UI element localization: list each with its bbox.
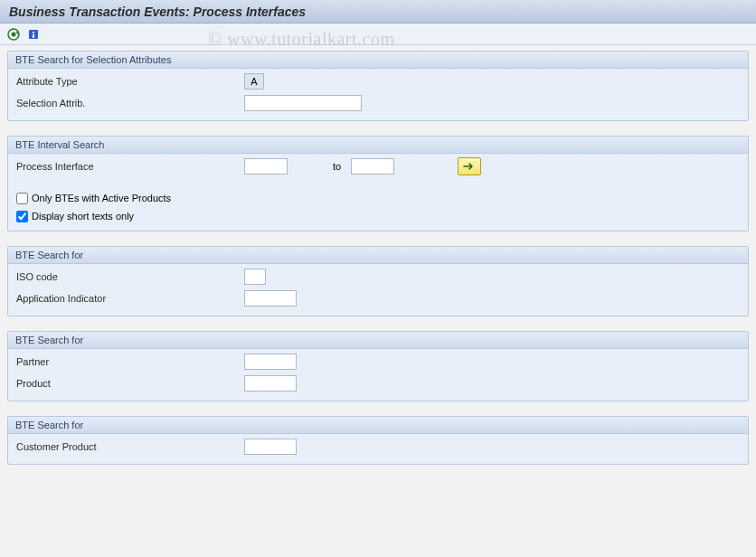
page-title: Business Transaction Events: Process Int…: [0, 0, 756, 24]
group-customer-product: BTE Search for Customer Product: [7, 416, 749, 465]
execute-button[interactable]: [5, 26, 22, 42]
execute-icon: [7, 28, 20, 41]
attribute-type-input[interactable]: [244, 73, 264, 90]
info-button[interactable]: [25, 26, 42, 42]
process-interface-from-input[interactable]: [244, 158, 288, 175]
to-label: to: [288, 161, 351, 172]
partner-input[interactable]: [244, 354, 297, 370]
group-title: BTE Search for: [8, 247, 748, 264]
process-interface-to-input[interactable]: [351, 158, 394, 175]
arrow-right-icon: [463, 162, 476, 171]
multiple-selection-button[interactable]: [458, 157, 481, 175]
customer-product-label: Customer Product: [14, 441, 244, 452]
only-active-products-checkbox[interactable]: [16, 193, 28, 204]
product-label: Product: [14, 378, 244, 389]
iso-code-input[interactable]: [244, 269, 266, 285]
only-active-products-label: Only BTEs with Active Products: [32, 193, 171, 203]
svg-rect-3: [33, 32, 34, 33]
display-short-texts-checkbox[interactable]: [16, 211, 28, 222]
iso-code-label: ISO code: [14, 271, 244, 282]
partner-label: Partner: [14, 356, 244, 367]
product-input[interactable]: [244, 375, 297, 392]
process-interface-label: Process Interface: [14, 161, 244, 172]
application-indicator-input[interactable]: [244, 290, 297, 307]
group-iso-appind: BTE Search for ISO code Application Indi…: [7, 246, 749, 316]
group-title: BTE Search for: [8, 332, 748, 349]
toolbar: [0, 24, 756, 45]
content-area: BTE Search for Selection Attributes Attr…: [0, 45, 756, 465]
group-title: BTE Search for: [8, 417, 748, 434]
svg-point-1: [12, 32, 16, 36]
selection-attrib-label: Selection Attrib.: [14, 98, 244, 109]
group-title: BTE Search for Selection Attributes: [8, 52, 748, 69]
info-icon: [27, 28, 40, 41]
customer-product-input[interactable]: [244, 439, 297, 455]
attribute-type-label: Attribute Type: [14, 76, 244, 87]
group-selection-attributes: BTE Search for Selection Attributes Attr…: [7, 51, 749, 121]
application-indicator-label: Application Indicator: [14, 293, 244, 304]
selection-attrib-input[interactable]: [244, 95, 362, 111]
svg-rect-4: [33, 34, 34, 38]
group-partner-product: BTE Search for Partner Product: [7, 331, 749, 401]
group-interval-search: BTE Interval Search Process Interface to…: [7, 136, 749, 231]
group-title: BTE Interval Search: [8, 137, 748, 154]
display-short-texts-label: Display short texts only: [32, 211, 134, 222]
